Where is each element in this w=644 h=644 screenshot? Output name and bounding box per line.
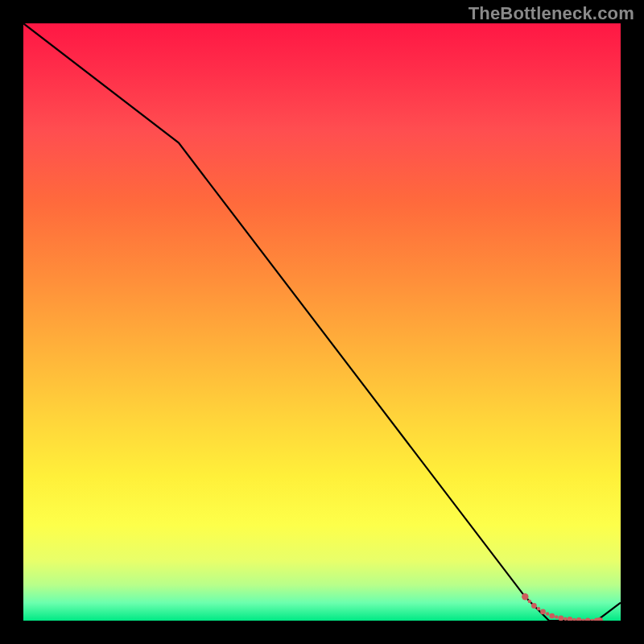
- gradient-plot-background: [23, 23, 621, 621]
- chart-stage: TheBottleneck.com: [0, 0, 644, 644]
- watermark-text: TheBottleneck.com: [469, 3, 634, 24]
